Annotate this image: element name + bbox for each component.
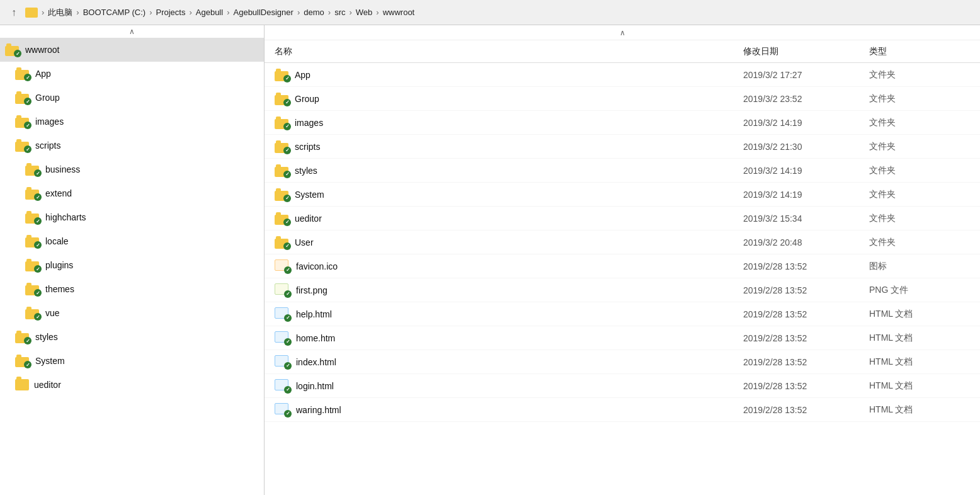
- col-date-header: 修改日期: [743, 46, 869, 57]
- folder-check-icon: ✓: [275, 212, 290, 225]
- breadcrumb-item-2[interactable]: Projects: [156, 8, 185, 17]
- folder-check-icon: ✓: [25, 283, 40, 295]
- table-row[interactable]: ✓ login.html 2019/2/28 13:52 HTML 文档: [265, 374, 980, 398]
- row-date: 2019/3/2 14:19: [743, 190, 869, 200]
- table-row[interactable]: ✓ styles 2019/3/2 14:19 文件夹: [265, 159, 980, 183]
- sidebar-label-extend: extend: [45, 188, 72, 198]
- folder-check-icon: ✓: [275, 93, 290, 105]
- table-row[interactable]: ✓ waring.html 2019/2/28 13:52 HTML 文档: [265, 398, 980, 422]
- folder-check-icon: ✓: [25, 235, 40, 248]
- sidebar-label-themes: themes: [45, 284, 74, 294]
- sidebar-item-wwwroot[interactable]: ✓ wwwroot: [0, 38, 264, 62]
- breadcrumb-item-5[interactable]: demo: [304, 8, 324, 17]
- sidebar-label-highcharts: highcharts: [45, 212, 86, 222]
- row-name: images: [295, 118, 323, 128]
- row-type: 文件夹: [869, 237, 970, 248]
- row-date: 2019/2/28 13:52: [743, 357, 869, 367]
- table-row[interactable]: ✓ first.png 2019/2/28 13:52 PNG 文件: [265, 278, 980, 302]
- sidebar-item-app[interactable]: ✓ App: [0, 62, 264, 86]
- folder-check-icon: ✓: [15, 115, 30, 128]
- file-html-icon: ✓: [275, 403, 291, 417]
- row-date: 2019/3/2 14:19: [743, 166, 869, 176]
- sidebar-item-images[interactable]: ✓ images: [0, 110, 264, 134]
- file-html-icon: ✓: [275, 331, 291, 345]
- folder-check-icon: ✓: [15, 91, 30, 104]
- file-html-icon: ✓: [275, 307, 291, 321]
- table-row[interactable]: ✓ scripts 2019/3/2 21:30 文件夹: [265, 135, 980, 159]
- folder-check-icon: ✓: [275, 236, 290, 249]
- table-row[interactable]: ✓ ueditor 2019/3/2 15:34 文件夹: [265, 207, 980, 230]
- row-date: 2019/3/2 21:30: [743, 142, 869, 152]
- table-row[interactable]: ✓ User 2019/3/2 20:48 文件夹: [265, 230, 980, 254]
- sidebar-label-system: System: [35, 356, 65, 366]
- row-name: home.htm: [296, 333, 335, 343]
- sidebar-item-ueditor[interactable]: ueditor: [0, 373, 264, 397]
- sidebar-label-scripts: scripts: [35, 140, 60, 151]
- row-date: 2019/3/2 15:34: [743, 213, 869, 224]
- breadcrumb-folder-icon: [25, 8, 38, 18]
- row-type: HTML 文档: [869, 309, 970, 320]
- table-row[interactable]: ✓ help.html 2019/2/28 13:52 HTML 文档: [265, 302, 980, 326]
- sidebar-item-group[interactable]: ✓ Group: [0, 86, 264, 110]
- breadcrumb-item-6[interactable]: src: [334, 8, 345, 17]
- sidebar-label-plugins: plugins: [45, 260, 73, 270]
- row-name: index.html: [296, 357, 336, 367]
- row-date: 2019/2/28 13:52: [743, 405, 869, 415]
- sidebar-item-themes[interactable]: ✓ themes: [0, 277, 264, 301]
- sidebar-item-system[interactable]: ✓ System: [0, 349, 264, 373]
- breadcrumb-item-0[interactable]: 此电脑: [48, 7, 72, 18]
- row-date: 2019/3/2 23:52: [743, 94, 869, 104]
- breadcrumb-item-8[interactable]: wwwroot: [383, 8, 415, 17]
- sidebar-item-vue[interactable]: ✓ vue: [0, 301, 264, 325]
- row-date: 2019/2/28 13:52: [743, 309, 869, 319]
- row-name: help.html: [296, 309, 332, 319]
- row-name: App: [295, 70, 311, 80]
- sidebar-item-scripts[interactable]: ✓ scripts: [0, 134, 264, 157]
- table-row[interactable]: ✓ App 2019/3/2 17:27 文件夹: [265, 63, 980, 87]
- table-row[interactable]: ✓ Group 2019/3/2 23:52 文件夹: [265, 87, 980, 111]
- row-type: HTML 文档: [869, 404, 970, 416]
- file-html-icon: ✓: [275, 379, 291, 393]
- folder-check-icon: ✓: [15, 139, 30, 152]
- sidebar-item-extend[interactable]: ✓ extend: [0, 181, 264, 205]
- row-name: System: [295, 190, 324, 200]
- table-row[interactable]: ✓ images 2019/3/2 14:19 文件夹: [265, 111, 980, 135]
- folder-check-icon: ✓: [15, 355, 30, 367]
- nav-up-button[interactable]: ↑: [5, 4, 23, 21]
- sidebar-item-highcharts[interactable]: ✓ highcharts: [0, 205, 264, 229]
- row-type: 文件夹: [869, 69, 970, 81]
- table-row[interactable]: ✓ home.htm 2019/2/28 13:52 HTML 文档: [265, 326, 980, 350]
- table-header: 名称 修改日期 类型: [265, 40, 980, 63]
- row-type: 文件夹: [869, 213, 970, 224]
- table-row[interactable]: ✓ index.html 2019/2/28 13:52 HTML 文档: [265, 350, 980, 374]
- row-name: first.png: [296, 285, 328, 295]
- col-name-header: 名称: [275, 46, 743, 57]
- sidebar-scroll-up[interactable]: ∧: [0, 25, 264, 38]
- table-row[interactable]: ✓ favicon.ico 2019/2/28 13:52 图标: [265, 254, 980, 278]
- sidebar-item-plugins[interactable]: ✓ plugins: [0, 253, 264, 277]
- sidebar-item-locale[interactable]: ✓ locale: [0, 229, 264, 253]
- folder-check-icon: ✓: [25, 307, 40, 319]
- content-scroll-up[interactable]: ∧: [265, 25, 980, 40]
- folder-check-icon: ✓: [25, 187, 40, 200]
- folder-check-icon: ✓: [25, 163, 40, 176]
- sidebar-label-vue: vue: [45, 308, 60, 318]
- breadcrumb-item-7[interactable]: Web: [356, 8, 373, 17]
- table-body: ✓ App 2019/3/2 17:27 文件夹 ✓ Group 2019/3/…: [265, 63, 980, 495]
- folder-check-icon: ✓: [275, 188, 290, 201]
- folder-check-icon: ✓: [275, 140, 290, 153]
- row-type: HTML 文档: [869, 356, 970, 368]
- sidebar-label-wwwroot: wwwroot: [25, 45, 59, 55]
- row-date: 2019/2/28 13:52: [743, 285, 869, 295]
- row-type: PNG 文件: [869, 285, 970, 296]
- breadcrumb-item-1[interactable]: BOOTCAMP (C:): [83, 8, 145, 17]
- row-name: ueditor: [295, 213, 322, 224]
- breadcrumb-item-4[interactable]: AgebullDesigner: [234, 8, 293, 17]
- sidebar-item-styles[interactable]: ✓ styles: [0, 325, 264, 349]
- sidebar-item-business[interactable]: ✓ business: [0, 157, 264, 181]
- sidebar-label-group: Group: [35, 93, 60, 103]
- sidebar-label-styles: styles: [35, 332, 58, 342]
- row-name: styles: [295, 166, 317, 176]
- breadcrumb-item-3[interactable]: Agebull: [196, 8, 223, 17]
- table-row[interactable]: ✓ System 2019/3/2 14:19 文件夹: [265, 183, 980, 207]
